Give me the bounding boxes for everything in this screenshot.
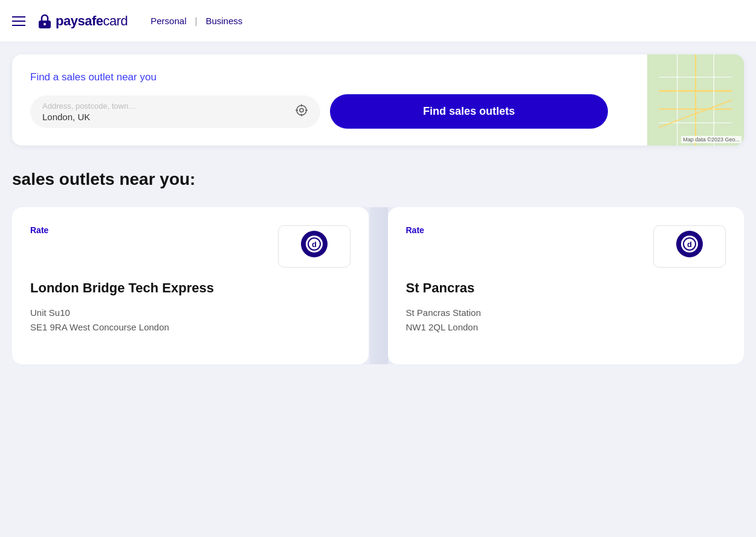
search-input-wrapper[interactable]: Address, postcode, town… London, UK xyxy=(30,95,320,128)
svg-point-3 xyxy=(300,108,303,112)
rate-label-2: Rate xyxy=(406,225,424,235)
logo[interactable]: paysafecard xyxy=(36,13,128,30)
map-credit: Map data ©2023 Geo... xyxy=(681,136,741,143)
map-thumbnail: Map data ©2023 Geo... xyxy=(647,54,744,146)
card-top-row-2: Rate d xyxy=(406,225,726,268)
search-value: London, UK xyxy=(42,112,308,122)
outlet-address-1: Unit Su10 SE1 9RA West Concourse London xyxy=(30,306,351,335)
find-sales-outlets-button[interactable]: Find sales outlets xyxy=(330,94,608,129)
search-title: Find a sales outlet near you xyxy=(30,71,726,83)
svg-point-1 xyxy=(44,23,46,25)
results-section: sales outlets near you: Rate d London Br… xyxy=(0,146,756,376)
svg-text:d: d xyxy=(687,240,692,249)
outlet-pin-icon-2: d xyxy=(676,231,703,262)
card-top-row-1: Rate d xyxy=(30,225,351,268)
search-placeholder: Address, postcode, town… xyxy=(42,101,308,111)
results-title: sales outlets near you: xyxy=(12,170,744,189)
site-header: paysafecard Personal | Business xyxy=(0,0,756,42)
outlet-pin-icon-1: d xyxy=(301,231,328,262)
svg-text:d: d xyxy=(312,240,317,249)
location-crosshair-icon[interactable] xyxy=(295,103,308,120)
nav-separator: | xyxy=(195,16,197,26)
outlet-name-2: St Pancras xyxy=(406,280,726,297)
outlet-address-2: St Pancras Station NW1 2QL London xyxy=(406,306,726,335)
svg-point-2 xyxy=(297,105,306,115)
outlet-card-1[interactable]: Rate d London Bridge Tech Express Unit S… xyxy=(12,207,369,364)
cards-divider xyxy=(370,207,388,364)
outlet-name-1: London Bridge Tech Express xyxy=(30,280,351,297)
outlet-card-2[interactable]: Rate d St Pancras St Pancras Station NW1… xyxy=(388,207,745,364)
outlet-icon-box-1: d xyxy=(278,225,351,268)
lock-icon xyxy=(36,13,53,30)
rate-label-1: Rate xyxy=(30,225,48,235)
search-row: Address, postcode, town… London, UK Find… xyxy=(30,94,726,129)
nav-business[interactable]: Business xyxy=(201,13,247,28)
outlet-cards-row: Rate d London Bridge Tech Express Unit S… xyxy=(12,207,744,364)
search-section: Find a sales outlet near you Address, po… xyxy=(12,54,744,146)
outlet-icon-box-2: d xyxy=(653,225,726,268)
main-nav: Personal | Business xyxy=(146,13,247,28)
hamburger-menu-icon[interactable] xyxy=(12,16,25,26)
nav-personal[interactable]: Personal xyxy=(146,13,191,28)
